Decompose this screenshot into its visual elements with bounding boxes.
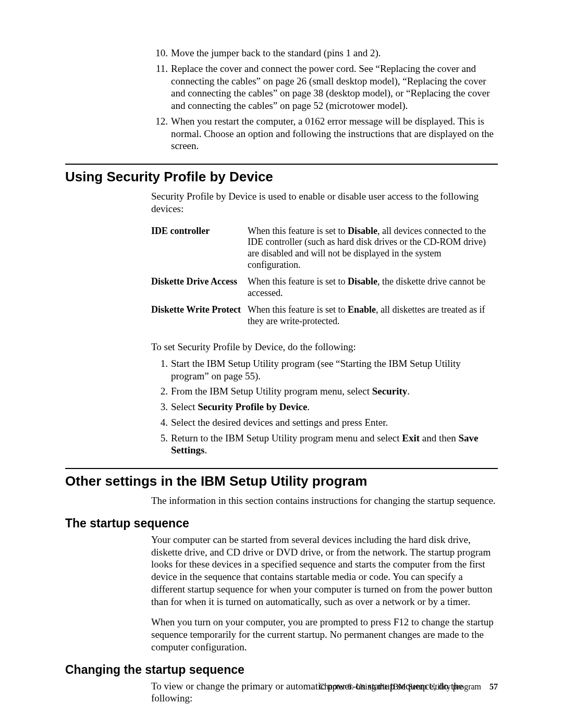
list-item: 10. Move the jumper back to the standard… [151,47,498,59]
list-number: 11. [151,63,171,112]
table-row: Diskette Drive Access When this feature … [151,274,498,302]
list-text: When you restart the computer, a 0162 er… [171,115,498,152]
subsection-body: Your computer can be started from severa… [151,534,498,653]
list-number: 2. [151,385,171,398]
section1-body: Security Profile by Device is used to en… [151,190,498,456]
term-cell: IDE controller [151,224,248,275]
device-definitions-table: IDE controller When this feature is set … [151,224,498,331]
list-item: 5. Return to the IBM Setup Utility progr… [151,432,498,457]
section2-body: The information in this section contains… [151,495,498,507]
footer-page-number: 57 [489,682,498,691]
list-number: 12. [151,115,171,152]
list-number: 4. [151,416,171,429]
list-item: 2. From the IBM Setup Utility program me… [151,385,498,398]
subheading-changing-startup: Changing the startup sequence [65,663,498,677]
page-footer: Chapter 6. Using the IBM Setup Utility p… [319,682,498,692]
list-text: Start the IBM Setup Utility program (see… [171,357,498,382]
intro-paragraph: The information in this section contains… [151,495,498,507]
desc-bold: Disable [348,226,377,236]
footer-chapter: Chapter 6. Using the IBM Setup Utility p… [319,682,481,691]
section-rule [65,468,498,469]
body-paragraph: When you turn on your computer, you are … [151,616,498,653]
term-cell: Diskette Write Protect [151,302,248,330]
section-rule [65,164,498,165]
table-row: IDE controller When this feature is set … [151,224,498,275]
table-row: Diskette Write Protect When this feature… [151,302,498,330]
intro-paragraph: Security Profile by Device is used to en… [151,190,498,215]
list-item: 4. Select the desired devices and settin… [151,416,498,429]
desc-cell: When this feature is set to Disable, the… [248,274,498,302]
desc-cell: When this feature is set to Enable, all … [248,302,498,330]
desc-pre: When this feature is set to [248,304,348,315]
top-numbered-list: 10. Move the jumper back to the standard… [151,47,498,152]
list-text: Move the jumper back to the standard (pi… [171,47,498,59]
top-list-block: 10. Move the jumper back to the standard… [151,47,498,152]
list-number: 10. [151,47,171,59]
steps-intro: To set Security Profile by Device, do th… [151,341,498,353]
desc-pre: When this feature is set to [248,276,348,287]
list-item: 12. When you restart the computer, a 016… [151,115,498,152]
list-number: 3. [151,401,171,413]
section-heading-security-profile: Using Security Profile by Device [65,169,498,185]
term-cell: Diskette Drive Access [151,274,248,302]
desc-bold: Enable [348,304,376,315]
list-number: 5. [151,432,171,457]
list-item: 3. Select Security Profile by Device. [151,401,498,413]
desc-pre: When this feature is set to [248,226,348,236]
steps-list: 1. Start the IBM Setup Utility program (… [151,357,498,456]
desc-cell: When this feature is set to Disable, all… [248,224,498,275]
subheading-startup-sequence: The startup sequence [65,516,498,530]
list-text: Return to the IBM Setup Utility program … [171,432,498,457]
document-page: 10. Move the jumper back to the standard… [0,0,563,728]
list-item: 11. Replace the cover and connect the po… [151,63,498,112]
list-number: 1. [151,357,171,382]
body-paragraph: Your computer can be started from severa… [151,534,498,608]
list-item: 1. Start the IBM Setup Utility program (… [151,357,498,382]
desc-bold: Disable [348,276,377,287]
list-text: From the IBM Setup Utility program menu,… [171,385,498,398]
list-text: Select Security Profile by Device. [171,401,498,413]
list-text: Select the desired devices and settings … [171,416,498,429]
section-heading-other-settings: Other settings in the IBM Setup Utility … [65,473,498,489]
list-text: Replace the cover and connect the power … [171,63,498,112]
